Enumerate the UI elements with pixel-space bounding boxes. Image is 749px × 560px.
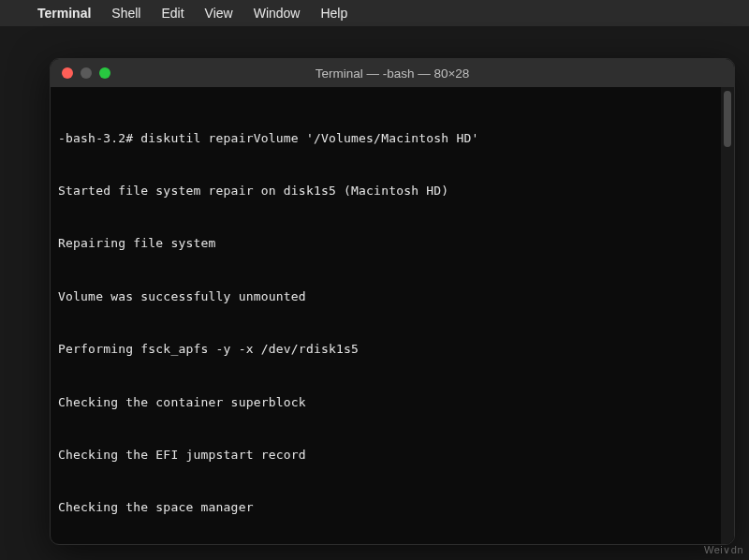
terminal-line: Checking the EFI jumpstart record <box>58 447 712 464</box>
traffic-lights <box>51 67 110 79</box>
terminal-line: Checking the space manager <box>58 499 712 517</box>
terminal-line: Started file system repair on disk1s5 (M… <box>58 183 712 200</box>
maximize-button[interactable] <box>99 67 110 79</box>
menubar-item-edit[interactable]: Edit <box>161 6 184 21</box>
close-button[interactable] <box>62 67 73 79</box>
macos-menubar: Terminal Shell Edit View Window Help <box>0 0 749 26</box>
menubar-item-shell[interactable]: Shell <box>111 6 140 21</box>
scrollbar-track[interactable] <box>721 87 734 545</box>
terminal-content[interactable]: -bash-3.2# diskutil repairVolume '/Volum… <box>51 87 721 545</box>
scrollbar-thumb[interactable] <box>724 91 731 147</box>
menubar-item-window[interactable]: Window <box>254 6 301 21</box>
terminal-window: Terminal — -bash — 80×28 -bash-3.2# disk… <box>50 58 735 545</box>
menubar-item-view[interactable]: View <box>205 6 233 21</box>
minimize-button[interactable] <box>81 67 92 79</box>
menubar-app-name[interactable]: Terminal <box>37 6 91 21</box>
terminal-line: Repairing file system <box>58 235 712 253</box>
terminal-line: Checking the container superblock <box>58 394 712 412</box>
terminal-body: -bash-3.2# diskutil repairVolume '/Volum… <box>51 87 734 545</box>
window-titlebar[interactable]: Terminal — -bash — 80×28 <box>51 59 734 87</box>
terminal-line: Performing fsck_apfs -y -x /dev/rdisk1s5 <box>58 341 712 359</box>
terminal-line: -bash-3.2# diskutil repairVolume '/Volum… <box>58 130 712 148</box>
terminal-line: Volume was successfully unmounted <box>58 288 712 306</box>
window-title: Terminal — -bash — 80×28 <box>51 66 734 81</box>
menubar-item-help[interactable]: Help <box>320 6 347 21</box>
watermark: Wei∨dn <box>704 544 743 556</box>
